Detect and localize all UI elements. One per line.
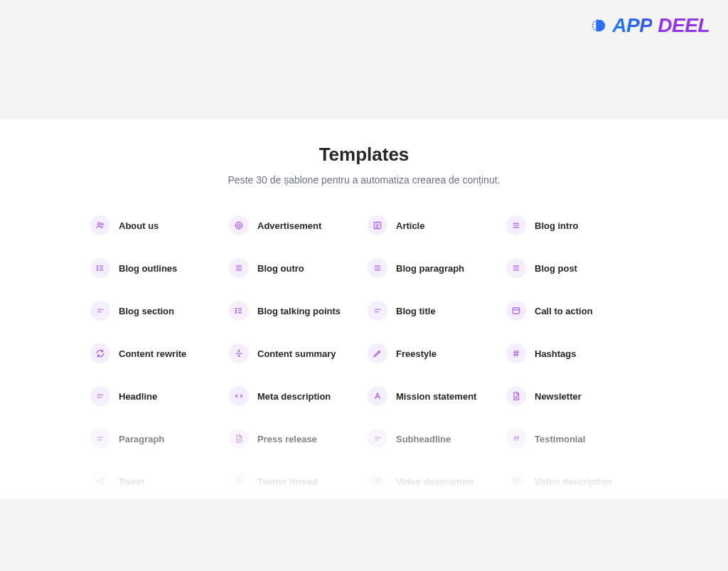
template-tweet[interactable]: Tweet [90, 471, 222, 491]
template-label: Blog post [535, 263, 577, 274]
quote-icon [506, 429, 526, 449]
list-bullets-icon [229, 301, 249, 321]
template-label: Blog outlines [119, 263, 177, 274]
template-label: Press release [257, 434, 317, 444]
template-video-description[interactable]: Video description [368, 471, 499, 491]
template-label: Subheadline [396, 434, 451, 444]
template-label: Video description [535, 476, 612, 487]
lines-icon [90, 429, 110, 449]
template-label: Blog title [396, 306, 436, 316]
template-mission-statement[interactable]: Mission statement [368, 386, 499, 406]
template-blog-paragraph[interactable]: Blog paragraph [368, 258, 499, 278]
template-label: Blog outro [257, 263, 304, 274]
template-paragraph[interactable]: Paragraph [90, 429, 222, 449]
template-subheadline[interactable]: Subheadline [368, 429, 499, 449]
play-icon [368, 471, 387, 491]
template-headline[interactable]: Headline [90, 386, 222, 406]
template-blog-intro[interactable]: Blog intro [506, 215, 638, 235]
window-icon [506, 301, 526, 321]
template-label: Twitter thread [257, 476, 318, 487]
template-label: Call to action [535, 306, 593, 316]
list-equal-icon [506, 258, 526, 278]
template-newsletter[interactable]: Newsletter [506, 386, 638, 406]
svg-point-16 [238, 351, 240, 352]
lines-icon [368, 301, 387, 321]
template-label: Tweet [119, 476, 144, 487]
template-article[interactable]: Article [368, 215, 499, 235]
share-icon [90, 471, 110, 491]
svg-point-5 [102, 223, 104, 225]
svg-point-7 [237, 224, 240, 227]
list-equal-icon [229, 471, 249, 491]
template-blog-section[interactable]: Blog section [90, 301, 222, 321]
template-call-to-action[interactable]: Call to action [506, 301, 638, 321]
code-icon [229, 386, 249, 406]
list-equal-icon [506, 215, 526, 235]
template-blog-outro[interactable]: Blog outro [229, 258, 360, 278]
template-about-us[interactable]: About us [90, 215, 222, 235]
template-twitter-thread[interactable]: Twitter thread [229, 471, 360, 491]
svg-rect-15 [513, 308, 519, 314]
a-icon [368, 386, 387, 406]
template-advertisement[interactable]: Advertisement [229, 215, 360, 235]
refresh-icon [90, 343, 110, 363]
template-label: Newsletter [535, 391, 582, 402]
svg-point-11 [97, 270, 97, 270]
template-label: Video description [396, 476, 473, 487]
template-label: About us [119, 220, 159, 231]
list-equal-icon [368, 258, 387, 278]
template-hashtags[interactable]: Hashtags [506, 343, 638, 363]
logo-mark-icon [591, 18, 606, 33]
template-label: Freestyle [396, 348, 437, 359]
template-label: Hashtags [535, 348, 577, 359]
list-bullets-icon [90, 258, 110, 278]
template-label: Mission statement [396, 391, 476, 402]
template-blog-outlines[interactable]: Blog outlines [90, 258, 222, 278]
svg-point-10 [97, 267, 97, 268]
doc-icon [506, 386, 526, 406]
article-icon [368, 215, 387, 235]
template-label: Advertisement [257, 220, 321, 231]
svg-point-3 [594, 28, 595, 30]
svg-point-12 [235, 309, 236, 309]
template-label: Article [396, 220, 424, 231]
template-blog-title[interactable]: Blog title [368, 301, 499, 321]
template-meta-description[interactable]: Meta description [229, 386, 360, 406]
template-blog-post[interactable]: Blog post [506, 258, 638, 278]
template-label: Blog intro [535, 220, 578, 231]
svg-point-13 [235, 310, 236, 311]
template-label: Headline [119, 391, 157, 402]
logo-text-app: APP [612, 14, 652, 37]
page-title: Templates [0, 144, 728, 166]
users-icon [90, 215, 110, 235]
template-testimonial[interactable]: Testimonial [506, 429, 638, 449]
lines-icon [90, 386, 110, 406]
template-content-rewrite[interactable]: Content rewrite [90, 343, 222, 363]
svg-point-9 [97, 266, 97, 267]
template-content-summary[interactable]: Content summary [229, 343, 360, 363]
hero-band: APP DEEL [0, 0, 728, 119]
template-blog-talking-points[interactable]: Blog talking points [229, 301, 360, 321]
page-subtitle: Peste 30 de șablone pentru a automatiza … [0, 174, 728, 186]
svg-point-2 [592, 26, 594, 28]
template-video-description[interactable]: Video description [506, 471, 638, 491]
play-icon [506, 471, 526, 491]
template-label: Content summary [257, 348, 336, 359]
doc-icon [229, 429, 249, 449]
list-equal-icon [229, 258, 249, 278]
svg-point-6 [235, 222, 242, 228]
template-label: Blog paragraph [396, 263, 464, 274]
template-label: Blog section [119, 306, 174, 316]
template-label: Blog talking points [257, 306, 341, 316]
template-freestyle[interactable]: Freestyle [368, 343, 499, 363]
svg-point-17 [238, 356, 240, 357]
templates-section: Templates Peste 30 de șablone pentru a a… [0, 119, 728, 498]
template-label: Content rewrite [119, 348, 186, 359]
template-press-release[interactable]: Press release [229, 429, 360, 449]
hash-icon [506, 343, 526, 363]
templates-grid: About usAdvertisementArticleBlog introBl… [90, 215, 638, 491]
target-icon [229, 215, 249, 235]
lines-icon [368, 429, 387, 449]
footer-band [0, 498, 728, 571]
divide-icon [229, 343, 249, 363]
